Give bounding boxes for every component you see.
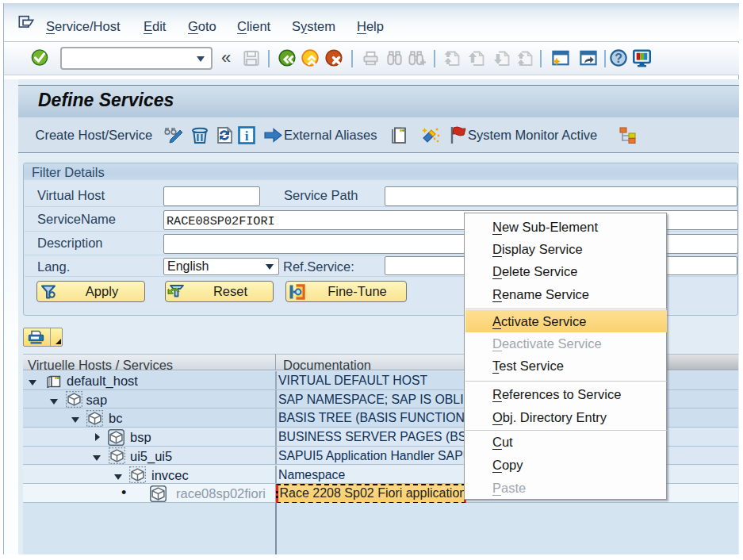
svg-text:i: i xyxy=(245,128,249,144)
svg-text:?: ? xyxy=(615,52,622,65)
